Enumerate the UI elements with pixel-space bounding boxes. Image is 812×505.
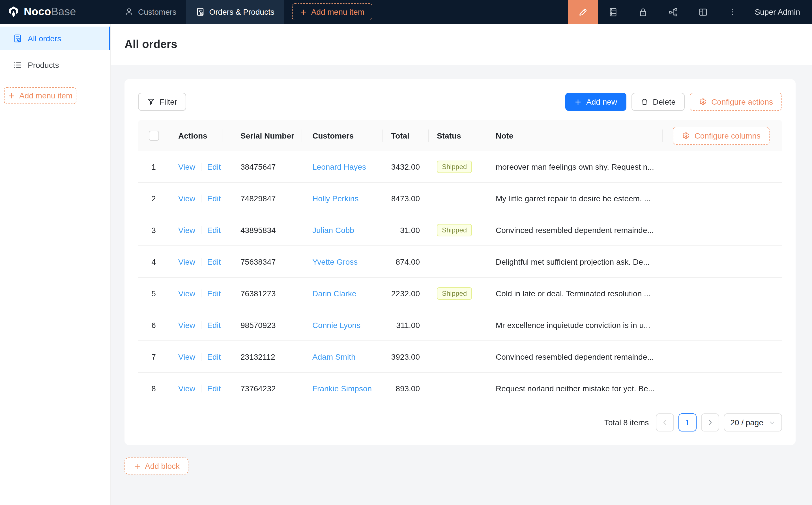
- customer-link[interactable]: Darin Clarke: [312, 289, 357, 298]
- status-cell: Shipped: [429, 287, 487, 300]
- edit-link[interactable]: Edit: [207, 162, 221, 171]
- main-menu: Customers Orders & Products: [115, 0, 284, 24]
- serial-number-cell: 98570923: [222, 320, 302, 329]
- edit-link[interactable]: Edit: [207, 320, 221, 329]
- view-link[interactable]: View: [178, 320, 195, 329]
- edit-link[interactable]: Edit: [207, 289, 221, 298]
- total-cell: 8473.00: [383, 194, 429, 203]
- status-cell: Shipped: [429, 224, 487, 236]
- customer-link[interactable]: Frankie Simpson: [312, 384, 372, 393]
- row-actions: View Edit: [169, 320, 222, 329]
- customer-link[interactable]: Connie Lyons: [312, 320, 361, 329]
- total-cell: 874.00: [383, 257, 429, 266]
- row-actions: View Edit: [169, 289, 222, 298]
- customer-cell: Connie Lyons: [302, 320, 383, 329]
- database-icon[interactable]: [598, 0, 628, 24]
- view-link[interactable]: View: [178, 257, 195, 266]
- ui-editor-highlighter-icon[interactable]: [568, 0, 598, 24]
- note-cell: Convinced resembled dependent remainde..…: [487, 352, 663, 361]
- edit-link[interactable]: Edit: [207, 257, 221, 266]
- note-cell: Convinced resembled dependent remainde..…: [487, 225, 663, 234]
- edit-link[interactable]: Edit: [207, 384, 221, 393]
- select-all-checkbox[interactable]: [149, 130, 159, 141]
- table-row: 4 View Edit 75638347 Yvette Gross 874.00…: [138, 246, 782, 278]
- chevron-down-icon: [769, 419, 775, 426]
- view-link[interactable]: View: [178, 352, 195, 361]
- more-icon[interactable]: [718, 0, 748, 24]
- total-cell: 311.00: [383, 320, 429, 329]
- nocobase-logo-icon: [7, 6, 20, 18]
- table-block: Filter Add new Delete: [125, 79, 796, 445]
- actions-divider: [201, 226, 201, 234]
- view-link[interactable]: View: [178, 384, 195, 393]
- chevron-left-icon: [661, 419, 668, 426]
- note-cell: Mr excellence inquietude conviction is i…: [487, 320, 663, 329]
- actions-divider: [201, 353, 201, 360]
- tab-orders-products[interactable]: Orders & Products: [186, 0, 284, 24]
- customer-cell: Adam Smith: [302, 352, 383, 361]
- view-link[interactable]: View: [178, 225, 195, 234]
- pagination-next-button[interactable]: [701, 413, 719, 432]
- filter-button[interactable]: Filter: [138, 93, 186, 111]
- row-index: 7: [138, 352, 169, 361]
- row-index: 6: [138, 320, 169, 329]
- customer-link[interactable]: Adam Smith: [312, 352, 356, 361]
- table-row: 8 View Edit 73764232 Frankie Simpson 893…: [138, 373, 782, 404]
- table-row: 1 View Edit 38475647 Leonard Hayes 3432.…: [138, 151, 782, 183]
- row-index: 3: [138, 225, 169, 234]
- user-menu[interactable]: Super Admin: [748, 0, 812, 24]
- customer-cell: Julian Cobb: [302, 225, 383, 234]
- edit-link[interactable]: Edit: [207, 225, 221, 234]
- user-icon: [125, 7, 134, 16]
- serial-number-cell: 43895834: [222, 225, 302, 234]
- delete-button[interactable]: Delete: [631, 93, 685, 111]
- configure-actions-button[interactable]: Configure actions: [690, 93, 782, 111]
- sidebar-item-label: Products: [28, 60, 59, 69]
- tab-customers[interactable]: Customers: [115, 0, 186, 24]
- configure-columns-button[interactable]: Configure columns: [673, 126, 770, 145]
- customer-link[interactable]: Leonard Hayes: [312, 162, 366, 171]
- serial-number-cell: 73764232: [222, 384, 302, 393]
- add-menu-item-sidebar-button[interactable]: Add menu item: [4, 87, 77, 104]
- plugin-icon[interactable]: [658, 0, 688, 24]
- view-link[interactable]: View: [178, 162, 195, 171]
- pagination-prev-button[interactable]: [656, 413, 674, 432]
- main-area: All orders Filter: [111, 24, 812, 505]
- sidebar-item-products[interactable]: Products: [0, 53, 110, 77]
- plus-icon: [574, 98, 582, 106]
- username: Super Admin: [755, 7, 800, 16]
- view-link[interactable]: View: [178, 194, 195, 203]
- column-header-actions: Actions: [169, 129, 222, 142]
- customer-cell: Yvette Gross: [302, 257, 383, 266]
- lock-icon[interactable]: [628, 0, 658, 24]
- pagination-page-1[interactable]: 1: [678, 413, 696, 432]
- customer-link[interactable]: Holly Perkins: [312, 194, 359, 203]
- customer-link[interactable]: Julian Cobb: [312, 225, 354, 234]
- actions-divider: [201, 163, 201, 170]
- customer-cell: Frankie Simpson: [302, 384, 383, 393]
- add-block-button[interactable]: Add block: [125, 458, 189, 475]
- pagination-total: Total 8 items: [604, 418, 649, 427]
- page-size-select[interactable]: 20 / page: [723, 413, 782, 432]
- edit-link[interactable]: Edit: [207, 352, 221, 361]
- status-badge: Shipped: [437, 224, 472, 236]
- layout-icon[interactable]: [688, 0, 718, 24]
- document-check-icon: [13, 34, 22, 43]
- column-header-note: Note: [487, 129, 663, 142]
- add-menu-item-top-button[interactable]: Add menu item: [292, 3, 372, 20]
- row-index: 5: [138, 289, 169, 298]
- sidebar-item-all-orders[interactable]: All orders: [0, 27, 110, 50]
- list-icon: [13, 60, 22, 69]
- row-index: 8: [138, 384, 169, 393]
- plus-icon: [134, 462, 141, 470]
- serial-number-cell: 75638347: [222, 257, 302, 266]
- toolbar-right-actions: Add new Delete: [565, 93, 782, 111]
- actions-divider: [201, 289, 201, 297]
- actions-divider: [201, 321, 201, 329]
- view-link[interactable]: View: [178, 289, 195, 298]
- page-header: All orders: [111, 24, 812, 65]
- add-new-button[interactable]: Add new: [565, 93, 626, 111]
- customer-link[interactable]: Yvette Gross: [312, 257, 358, 266]
- edit-link[interactable]: Edit: [207, 194, 221, 203]
- table-row: 7 View Edit 23132112 Adam Smith 3923.00 …: [138, 341, 782, 373]
